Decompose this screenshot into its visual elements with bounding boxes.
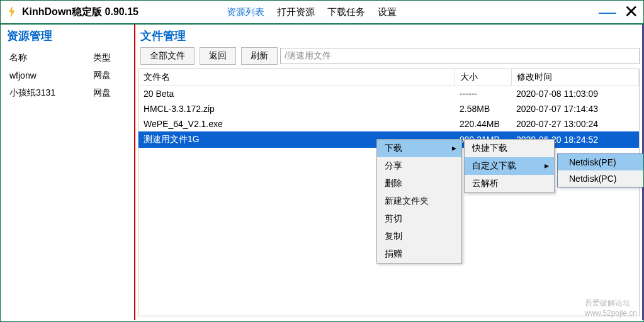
file-header-name[interactable]: 文件名 (138, 69, 455, 86)
file-row[interactable]: HMCL-3.3.172.zip 2.58MB 2020-07-07 17:14… (138, 101, 639, 116)
menu-download[interactable]: 下载 ▸ (377, 140, 461, 157)
sidebar-title: 资源管理 (7, 28, 128, 43)
refresh-button[interactable]: 刷新 (241, 47, 278, 65)
menu-cloud-parse[interactable]: 云解析 (465, 175, 554, 192)
file-header-mtime[interactable]: 修改时间 (511, 69, 639, 86)
resource-row[interactable]: 小孩纸3131 网盘 (8, 85, 127, 101)
context-submenu-custom: Netdisk(PE) Netdisk(PC) (557, 153, 644, 187)
app-icon (6, 6, 18, 18)
menu-donate[interactable]: 捐赠 (377, 245, 461, 263)
sidebar-header-name: 名称 (8, 50, 91, 66)
chevron-right-icon: ▸ (452, 143, 456, 153)
main-nav: 资源列表 打开资源 下载任务 设置 (227, 6, 397, 18)
nav-download-tasks[interactable]: 下载任务 (327, 6, 365, 18)
menu-cut[interactable]: 剪切 (377, 210, 461, 228)
menu-copy[interactable]: 复制 (377, 228, 461, 245)
menu-share[interactable]: 分享 (377, 157, 461, 175)
file-row[interactable]: 20 Beta ------ 2020-07-08 11:03:09 (138, 86, 639, 102)
close-button[interactable]: ✕ (624, 3, 638, 21)
resource-row[interactable]: wfjonw 网盘 (8, 67, 127, 84)
minimize-button[interactable]: — (599, 3, 616, 21)
toolbar: 全部文件 返回 刷新 (138, 47, 640, 65)
path-input[interactable] (280, 48, 640, 64)
menu-new-folder[interactable]: 新建文件夹 (377, 192, 461, 210)
nav-open-resource[interactable]: 打开资源 (277, 6, 315, 18)
watermark: 吾爱破解论坛 www.52pojie.cn (585, 298, 637, 318)
nav-resource-list[interactable]: 资源列表 (227, 6, 264, 18)
file-header-size[interactable]: 大小 (455, 69, 511, 86)
back-button[interactable]: 返回 (200, 47, 236, 65)
content: 文件管理 全部文件 返回 刷新 文件名 大小 修改时间 20 Beta ----… (135, 25, 643, 320)
file-row[interactable]: WePE_64_V2.1.exe 220.44MB 2020-07-27 13:… (138, 116, 639, 131)
menu-netdisk-pc[interactable]: Netdisk(PC) (558, 170, 644, 187)
resource-table: 名称 类型 wfjonw 网盘 小孩纸3131 网盘 (7, 48, 128, 103)
sidebar-header-type: 类型 (92, 50, 127, 66)
menu-custom-download[interactable]: 自定义下载 ▸ (465, 157, 554, 175)
content-title: 文件管理 (138, 28, 640, 43)
file-table: 文件名 大小 修改时间 20 Beta ------ 2020-07-08 11… (138, 69, 639, 148)
menu-netdisk-pe[interactable]: Netdisk(PE) (558, 154, 644, 170)
sidebar: 资源管理 名称 类型 wfjonw 网盘 小孩纸3131 网盘 (1, 25, 135, 320)
all-files-button[interactable]: 全部文件 (140, 47, 195, 65)
app-title: KinhDown稳定版 0.90.15 (22, 6, 138, 19)
menu-quick-download[interactable]: 快捷下载 (465, 140, 554, 157)
menu-delete[interactable]: 删除 (377, 175, 461, 192)
chevron-right-icon: ▸ (545, 160, 549, 170)
context-submenu-download: 快捷下载 自定义下载 ▸ 云解析 (464, 139, 555, 193)
context-menu: 下载 ▸ 分享 删除 新建文件夹 剪切 复制 捐赠 (376, 139, 462, 264)
nav-settings[interactable]: 设置 (378, 6, 397, 18)
